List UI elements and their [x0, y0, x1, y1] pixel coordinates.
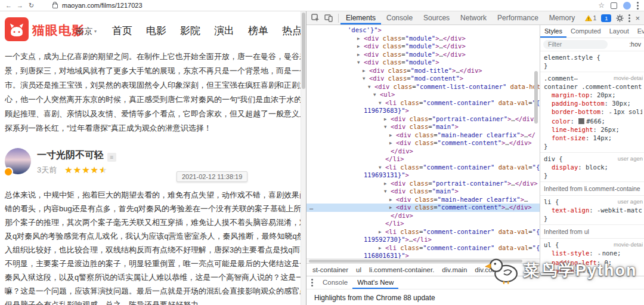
- devtools-tab-elements[interactable]: Elements: [340, 11, 381, 24]
- color-swatch-icon[interactable]: [578, 118, 584, 124]
- devtools-tab-sources[interactable]: Sources: [418, 11, 455, 24]
- dom-node[interactable]: 119673683}">: [306, 107, 540, 115]
- twisty-icon[interactable]: ▼: [357, 58, 364, 67]
- breadcrumb-item[interactable]: div.comme: [475, 266, 507, 273]
- css-property[interactable]: padding-bottom: 30px;: [544, 99, 642, 107]
- dom-node[interactable]: ▶<li class="comment-container" data-val=…: [306, 228, 540, 236]
- twisty-icon[interactable]: ▶: [389, 131, 396, 140]
- stylesheet-link[interactable]: movie-detai: [614, 241, 643, 249]
- stylesheet-link[interactable]: movie-detai: [614, 74, 643, 82]
- twisty-icon[interactable]: ▼: [379, 99, 385, 107]
- styles-tab-layout[interactable]: Layout: [605, 25, 633, 38]
- devtools-tab-console[interactable]: Console: [381, 11, 418, 24]
- reload-icon[interactable]: ↻: [26, 2, 37, 10]
- bookmark-star-icon[interactable]: ☆: [598, 2, 605, 9]
- dom-node[interactable]: ▶<div class="comment-content">…</div>: [306, 139, 540, 147]
- elements-vertical-scrollbar[interactable]: [534, 71, 538, 124]
- dom-node[interactable]: 116801631}">: [306, 252, 540, 258]
- stylesheet-link[interactable]: user agen: [618, 155, 643, 163]
- inspect-element-icon[interactable]: [311, 14, 320, 22]
- css-property[interactable]: color: #666;: [544, 117, 642, 125]
- devtools-tab-network[interactable]: Network: [455, 11, 492, 24]
- drawer-tab[interactable]: Console: [318, 276, 352, 289]
- twisty-icon[interactable]: ▶: [379, 228, 385, 236]
- elements-horizontal-scrollbar[interactable]: [306, 258, 540, 263]
- dom-node[interactable]: ▶<div class="module">…</div>: [306, 51, 540, 59]
- devtools-tab-performance[interactable]: Performance: [492, 11, 544, 24]
- twisty-icon[interactable]: ▶: [379, 244, 385, 252]
- styles-filter-input[interactable]: Filter: [543, 40, 608, 49]
- dom-node[interactable]: </div>: [306, 212, 540, 220]
- css-property[interactable]: display: block;: [544, 163, 642, 171]
- twisty-icon[interactable]: ▶: [389, 204, 396, 212]
- dom-node[interactable]: ▼<div class="module">: [306, 58, 540, 67]
- nav-item[interactable]: 热点: [282, 24, 301, 38]
- expand-shorthand-icon[interactable]: ▸: [583, 269, 586, 275]
- twisty-icon[interactable]: ▶: [389, 139, 396, 147]
- whats-new-badge[interactable]: 1: [601, 14, 611, 22]
- pseudo-state-toggle[interactable]: :hov: [629, 41, 641, 48]
- dom-node[interactable]: ▼<li class="comment-container" data-val=…: [306, 99, 540, 107]
- page-scrollbar-thumb[interactable]: [302, 13, 305, 89]
- css-property[interactable]: font-size: 14px;: [544, 134, 642, 142]
- maoyan-logo[interactable]: [5, 17, 29, 41]
- dom-node[interactable]: ▼<li class="comment-container" data-val=…: [306, 164, 540, 172]
- dom-node[interactable]: ▶<div class="main-header clearfix">…</: [306, 131, 540, 140]
- back-icon[interactable]: ←: [3, 2, 14, 9]
- dom-node[interactable]: ▼<ul>: [306, 91, 540, 99]
- styles-tab-styles[interactable]: Styles: [540, 25, 566, 38]
- dom-node[interactable]: 'desc'}">: [306, 26, 540, 35]
- dom-node[interactable]: ▶<div class="module">…</div>: [306, 42, 540, 51]
- drawer-tab[interactable]: What's New: [352, 276, 398, 289]
- twisty-icon[interactable]: ▶: [389, 196, 396, 204]
- dom-node[interactable]: ▶<div class="portrait-container">…</div>: [306, 115, 540, 124]
- forward-icon[interactable]: →: [14, 2, 26, 9]
- dom-node[interactable]: 119693131}">: [306, 171, 540, 180]
- twisty-icon[interactable]: ▶: [357, 51, 364, 59]
- css-property[interactable]: border-bottom: ▸1px solid: [544, 107, 642, 117]
- city-selector[interactable]: 南京▾: [76, 26, 97, 37]
- nav-item[interactable]: 电影: [146, 24, 166, 38]
- dom-node[interactable]: ▶<div class="comment-content">…</div>…: [306, 204, 540, 212]
- twisty-icon[interactable]: ▼: [379, 164, 385, 172]
- twisty-icon[interactable]: ▼: [368, 83, 374, 91]
- twisty-icon[interactable]: ▼: [373, 91, 380, 99]
- breadcrumb-item[interactable]: li.comment-container.: [369, 266, 434, 273]
- url-text[interactable]: maoyan.com/films/1217023: [62, 2, 143, 9]
- dom-node[interactable]: ▶<div class="mod-title">…</div>: [306, 67, 540, 75]
- dom-node[interactable]: </div>: [306, 147, 540, 156]
- css-property[interactable]: padding-left: 0;: [544, 258, 642, 267]
- css-property[interactable]: text-align: -webkit-match-pare;: [544, 206, 642, 214]
- dom-node[interactable]: </li>: [306, 155, 540, 164]
- commenter-name[interactable]: 一寸光阴不可轻≡: [37, 149, 116, 162]
- twisty-icon[interactable]: ▼: [363, 75, 369, 83]
- dom-node[interactable]: ▶<div class="module">…</div>: [306, 35, 540, 43]
- hscroll-thumb[interactable]: [309, 260, 522, 263]
- css-property[interactable]: margin: ▸0;: [544, 267, 642, 276]
- breadcrumb-item[interactable]: ul: [356, 266, 361, 273]
- twisty-icon[interactable]: ▶: [357, 35, 364, 43]
- breadcrumb-item[interactable]: st-container: [312, 266, 348, 273]
- twisty-icon[interactable]: ▼: [384, 123, 391, 131]
- twisty-icon[interactable]: ▶: [357, 42, 364, 51]
- styles-tab-computed[interactable]: Computed: [566, 25, 605, 38]
- twisty-icon[interactable]: ▶: [384, 180, 391, 188]
- node-options-icon[interactable]: …: [309, 204, 314, 212]
- expand-shorthand-icon[interactable]: ▸: [598, 251, 601, 257]
- stylesheet-link[interactable]: user agen: [618, 198, 643, 206]
- styles-tab-even[interactable]: Even: [633, 25, 644, 38]
- nav-item[interactable]: 榜单: [248, 24, 268, 38]
- dom-node[interactable]: </li>: [306, 220, 540, 228]
- settings-gear-icon[interactable]: [616, 14, 624, 22]
- dom-node[interactable]: ▶<li class="comment-container" data-val=…: [306, 244, 540, 252]
- css-property[interactable]: line-height: 26px;: [544, 125, 642, 134]
- dom-node[interactable]: ▼<div class="main">: [306, 187, 540, 196]
- breadcrumb-item[interactable]: div.main: [442, 266, 467, 273]
- drawer-menu-icon[interactable]: [311, 282, 313, 284]
- profile-avatar[interactable]: [623, 2, 631, 10]
- expand-shorthand-icon[interactable]: ▸: [609, 110, 612, 115]
- comment-time[interactable]: 3天前: [37, 165, 57, 175]
- nav-item[interactable]: 影院: [180, 24, 200, 38]
- dom-node[interactable]: 119592730}">…</li>: [306, 236, 540, 244]
- dom-node[interactable]: ▼<div class="main">: [306, 123, 540, 131]
